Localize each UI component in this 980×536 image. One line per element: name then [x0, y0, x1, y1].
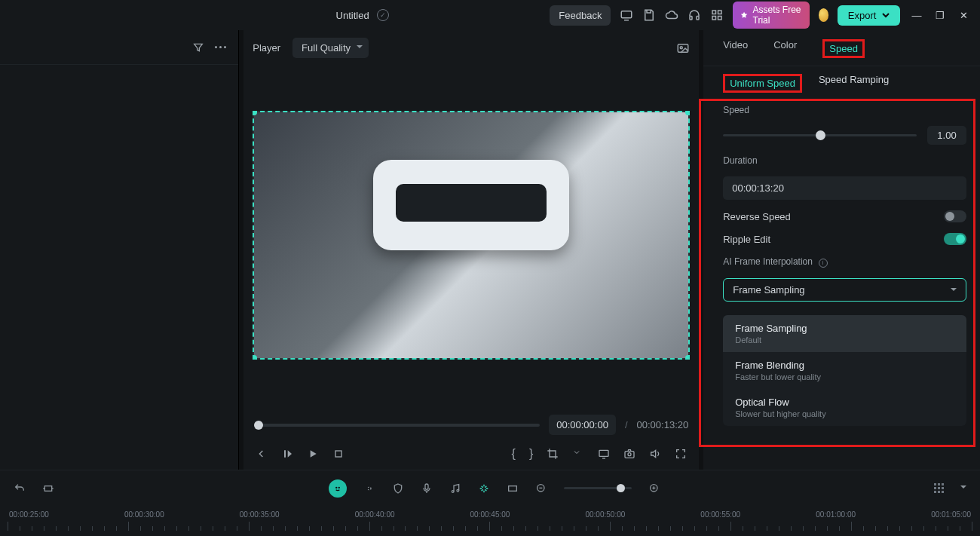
titlebar: Untitled ✓ Feedback Assets Free Trial Ex… — [0, 0, 980, 30]
ai-interpolation-label: AI Frame Interpolation — [723, 256, 813, 267]
resize-handle[interactable] — [685, 355, 690, 360]
svg-rect-9 — [335, 451, 341, 457]
player-label: Player — [253, 42, 280, 54]
reverse-speed-toggle[interactable] — [944, 210, 966, 222]
ruler-label: 00:00:35:00 — [240, 510, 280, 519]
snapshot-icon[interactable] — [623, 448, 635, 460]
more-icon[interactable] — [215, 46, 226, 48]
svg-rect-13 — [44, 485, 51, 491]
cloud-icon[interactable] — [665, 8, 678, 22]
chevron-up-icon — [951, 288, 957, 294]
svg-point-15 — [338, 486, 339, 488]
aspect-ratio-icon[interactable] — [507, 482, 519, 495]
play-icon[interactable] — [307, 448, 319, 460]
zoom-out-icon[interactable] — [535, 482, 547, 495]
preview-panel: Player Full Quality — [243, 30, 699, 470]
dropdown-selected-value: Frame Sampling — [733, 284, 804, 296]
assets-trial-button[interactable]: Assets Free Trial — [733, 2, 809, 29]
export-button[interactable]: Export — [838, 5, 901, 26]
music-icon[interactable] — [449, 482, 461, 495]
svg-point-16 — [368, 487, 371, 490]
ai-assistant-icon[interactable] — [329, 479, 347, 498]
display-icon[interactable] — [620, 8, 633, 22]
timeline-ruler[interactable]: 00:00:25:00 00:00:30:00 00:00:35:00 00:0… — [0, 506, 980, 536]
svg-rect-11 — [625, 452, 634, 458]
svg-point-18 — [452, 490, 454, 492]
dropdown-option-frame-sampling[interactable]: Frame Sampling Default — [723, 315, 966, 352]
chevron-down-icon[interactable] — [960, 485, 966, 492]
zoom-in-icon[interactable] — [648, 482, 660, 495]
option-subtitle: Default — [735, 335, 954, 345]
dropdown-option-optical-flow[interactable]: Optical Flow Slower but higher quality — [723, 389, 966, 426]
quality-dropdown[interactable]: Full Quality — [292, 38, 369, 58]
preview-frame[interactable] — [253, 111, 690, 360]
quality-value: Full Quality — [302, 42, 351, 54]
headphones-icon[interactable] — [688, 8, 701, 22]
tab-speed[interactable]: Speed — [822, 39, 865, 58]
play-pause-icon[interactable] — [281, 448, 293, 460]
frame-interpolation-dropdown[interactable]: Frame Sampling — [723, 278, 966, 302]
filter-icon[interactable] — [192, 41, 204, 54]
option-subtitle: Slower but higher quality — [735, 409, 954, 418]
tab-color[interactable]: Color — [773, 39, 797, 58]
svg-point-14 — [335, 486, 337, 488]
speed-value[interactable]: 1.00 — [927, 126, 966, 145]
svg-point-12 — [628, 453, 631, 456]
crop-icon[interactable] — [547, 448, 559, 460]
stop-icon[interactable] — [332, 448, 345, 460]
sparkle-icon[interactable] — [363, 482, 375, 495]
time-separator: / — [625, 419, 628, 430]
save-icon[interactable] — [642, 8, 656, 22]
seek-slider[interactable] — [254, 424, 540, 427]
coin-icon[interactable] — [819, 8, 828, 22]
shield-icon[interactable] — [392, 482, 404, 495]
ripple-edit-label: Ripple Edit — [723, 234, 770, 245]
option-subtitle: Faster but lower quality — [735, 372, 954, 381]
picture-icon[interactable] — [676, 41, 690, 55]
speed-slider[interactable] — [723, 134, 917, 136]
svg-rect-0 — [622, 11, 632, 18]
monitor-icon[interactable] — [598, 448, 610, 460]
dropdown-option-frame-blending[interactable]: Frame Blending Faster but lower quality — [723, 352, 966, 389]
volume-icon[interactable] — [649, 448, 661, 460]
ripple-edit-toggle[interactable] — [944, 233, 966, 245]
subtab-speed-ramping[interactable]: Speed Ramping — [819, 74, 889, 93]
duration-input[interactable]: 00:00:13:20 — [723, 176, 966, 200]
grid-view-icon[interactable] — [934, 483, 944, 493]
apps-icon[interactable] — [710, 8, 724, 22]
mark-out-icon[interactable]: } — [529, 447, 533, 461]
window-minimize-icon[interactable]: — — [909, 10, 923, 21]
undo-icon[interactable] — [14, 482, 26, 495]
svg-rect-1 — [690, 17, 692, 20]
media-panel — [0, 30, 239, 470]
svg-rect-17 — [425, 484, 428, 489]
svg-rect-20 — [508, 485, 516, 491]
current-time: 00:00:00:00 — [549, 415, 616, 435]
document-title: Untitled — [336, 10, 369, 21]
duration-label: Duration — [723, 155, 966, 166]
ruler-label: 00:00:30:00 — [124, 510, 164, 519]
microphone-icon[interactable] — [421, 482, 433, 495]
ruler-label: 00:00:40:00 — [355, 510, 395, 519]
ruler-label: 00:00:50:00 — [585, 510, 625, 519]
assets-trial-label: Assets Free Trial — [753, 5, 802, 26]
subtab-uniform-speed[interactable]: Uniform Speed — [723, 74, 802, 93]
svg-rect-4 — [718, 11, 722, 14]
chevron-down-icon[interactable] — [572, 448, 584, 460]
auto-enhance-icon[interactable] — [478, 482, 490, 495]
info-icon[interactable]: i — [819, 259, 828, 268]
fullscreen-icon[interactable] — [675, 448, 687, 460]
resize-handle[interactable] — [685, 111, 690, 115]
svg-rect-2 — [697, 17, 699, 20]
fit-icon[interactable] — [42, 482, 54, 495]
tab-video[interactable]: Video — [723, 39, 748, 58]
mark-in-icon[interactable]: { — [512, 447, 516, 461]
prev-frame-icon[interactable] — [256, 448, 268, 460]
preview-subject — [373, 160, 569, 250]
save-status-icon: ✓ — [377, 9, 389, 21]
export-label: Export — [848, 10, 877, 21]
window-close-icon[interactable]: ✕ — [957, 10, 971, 21]
window-maximize-icon[interactable]: ❐ — [933, 10, 948, 21]
feedback-button[interactable]: Feedback — [550, 5, 611, 26]
zoom-slider[interactable] — [564, 487, 632, 489]
